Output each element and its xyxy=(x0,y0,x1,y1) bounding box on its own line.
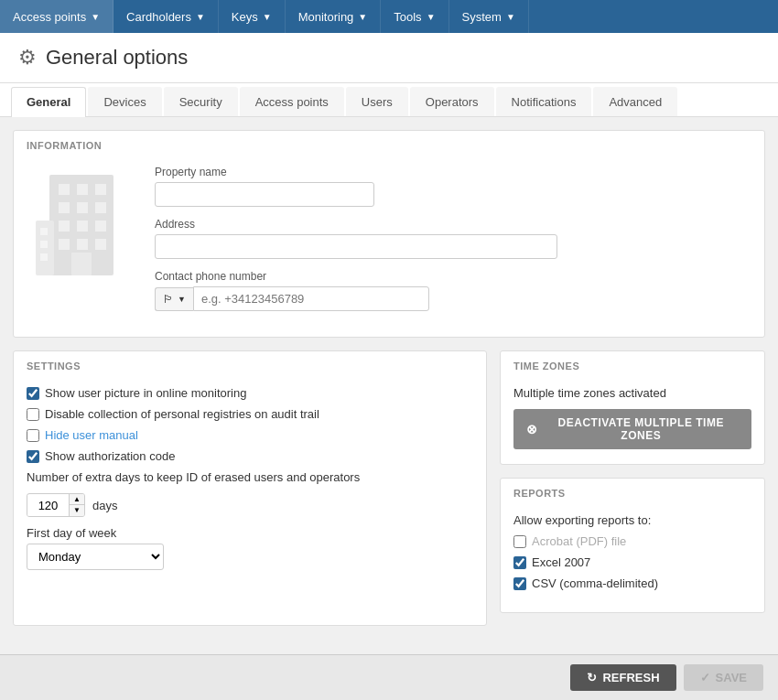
property-name-group: Property name xyxy=(155,166,751,207)
refresh-icon: ↻ xyxy=(587,671,597,684)
nav-tools[interactable]: Tools ▼ xyxy=(381,0,448,33)
settings-title: SETTINGS xyxy=(14,351,486,377)
timezones-title: TIME ZONES xyxy=(501,351,764,377)
deactivate-label: DEACTIVATE MULTIPLE TIME ZONES xyxy=(544,416,740,442)
address-label: Address xyxy=(155,218,751,231)
report-acrobat-label[interactable]: Acrobat (PDF) file xyxy=(532,534,626,548)
extra-days-input[interactable] xyxy=(27,495,69,516)
phone-flag-selector[interactable]: 🏳 ▼ xyxy=(155,287,193,311)
information-body: Property name Address Contact phone numb… xyxy=(14,156,764,337)
timezones-panel: TIME ZONES Multiple time zones activated… xyxy=(500,350,765,465)
reports-panel: REPORTS Allow exporting reports to: Acro… xyxy=(500,478,765,613)
address-input[interactable] xyxy=(155,234,557,259)
checkbox-row-disable-collection: Disable collection of personal registrie… xyxy=(27,407,473,421)
nav-access-points[interactable]: Access points ▼ xyxy=(0,0,113,33)
extra-days-decrement[interactable]: ▼ xyxy=(70,505,84,516)
svg-rect-12 xyxy=(95,239,106,250)
tab-notifications[interactable]: Notifications xyxy=(496,87,592,116)
checkbox-row-hide-user-manual: Hide user manual xyxy=(27,428,473,442)
tab-devices[interactable]: Devices xyxy=(88,87,161,116)
report-csv-label[interactable]: CSV (comma-delimited) xyxy=(532,576,658,590)
report-excel-checkbox[interactable] xyxy=(513,556,526,569)
svg-rect-8 xyxy=(77,221,88,232)
nav-tools-label: Tools xyxy=(394,10,421,24)
report-excel-label[interactable]: Excel 2007 xyxy=(532,555,590,569)
tab-advanced[interactable]: Advanced xyxy=(593,87,677,116)
nav-keys[interactable]: Keys ▼ xyxy=(219,0,286,33)
save-label: SAVE xyxy=(716,671,747,684)
gear-icon: ⚙ xyxy=(18,46,37,70)
show-user-picture-label[interactable]: Show user picture in online monitoring xyxy=(45,386,246,400)
reports-export-label: Allow exporting reports to: xyxy=(513,513,751,527)
nav-tools-arrow: ▼ xyxy=(427,12,436,22)
svg-rect-10 xyxy=(59,239,70,250)
svg-rect-3 xyxy=(95,184,106,195)
nav-system[interactable]: System ▼ xyxy=(449,0,529,33)
show-auth-code-label[interactable]: Show authorization code xyxy=(45,449,175,463)
nav-keys-label: Keys xyxy=(232,10,258,24)
information-form: Property name Address Contact phone numb… xyxy=(155,166,751,322)
extra-days-spinner: ▲ ▼ xyxy=(69,494,84,516)
nav-monitoring-label: Monitoring xyxy=(298,10,354,24)
extra-days-description: Number of extra days to keep ID of erase… xyxy=(27,470,473,484)
svg-rect-17 xyxy=(40,253,48,261)
footer-bar: ↻ REFRESH ✓ SAVE xyxy=(0,654,778,700)
show-user-picture-checkbox[interactable] xyxy=(27,387,39,400)
settings-column: SETTINGS Show user picture in online mon… xyxy=(13,350,487,626)
svg-rect-16 xyxy=(40,241,48,248)
first-day-select[interactable]: Monday Tuesday Wednesday Thursday Friday… xyxy=(27,544,164,570)
nav-cardholders[interactable]: Cardholders ▼ xyxy=(113,0,219,33)
save-icon: ✓ xyxy=(700,671,710,684)
property-name-label: Property name xyxy=(155,166,751,178)
nav-cardholders-label: Cardholders xyxy=(126,10,191,24)
nav-system-label: System xyxy=(462,10,502,24)
report-acrobat-row: Acrobat (PDF) file xyxy=(513,534,751,548)
show-auth-code-checkbox[interactable] xyxy=(27,450,39,463)
svg-rect-6 xyxy=(95,202,106,213)
nav-access-points-label: Access points xyxy=(13,10,86,24)
checkbox-row-show-user-picture: Show user picture in online monitoring xyxy=(27,386,473,400)
building-icon-wrap xyxy=(27,166,136,285)
top-navigation: Access points ▼ Cardholders ▼ Keys ▼ Mon… xyxy=(0,0,778,33)
svg-rect-4 xyxy=(59,202,70,213)
tab-access-points[interactable]: Access points xyxy=(240,87,344,116)
reports-title: REPORTS xyxy=(501,479,764,504)
refresh-button[interactable]: ↻ REFRESH xyxy=(570,664,675,691)
svg-rect-2 xyxy=(77,184,88,195)
nav-monitoring[interactable]: Monitoring ▼ xyxy=(286,0,382,33)
disable-collection-label[interactable]: Disable collection of personal registrie… xyxy=(45,407,319,421)
address-group: Address xyxy=(155,218,751,259)
tab-operators[interactable]: Operators xyxy=(410,87,494,116)
save-button[interactable]: ✓ SAVE xyxy=(684,664,763,691)
tz-status-label: Multiple time zones activated xyxy=(513,386,751,400)
tab-security[interactable]: Security xyxy=(164,87,238,116)
deactivate-timezones-button[interactable]: ⊗ DEACTIVATE MULTIPLE TIME ZONES xyxy=(513,409,751,449)
page-header: ⚙ General options xyxy=(0,33,778,83)
svg-rect-9 xyxy=(95,221,106,232)
refresh-label: REFRESH xyxy=(602,671,659,684)
settings-body: Show user picture in online monitoring D… xyxy=(14,377,486,585)
nav-access-points-arrow: ▼ xyxy=(91,12,100,22)
nav-keys-arrow: ▼ xyxy=(263,12,272,22)
disable-collection-checkbox[interactable] xyxy=(27,408,39,421)
hide-user-manual-checkbox[interactable] xyxy=(27,429,39,442)
report-csv-row: CSV (comma-delimited) xyxy=(513,576,751,590)
report-acrobat-checkbox[interactable] xyxy=(513,535,526,548)
phone-flag-arrow: ▼ xyxy=(178,295,186,304)
checkbox-row-show-auth-code: Show authorization code xyxy=(27,449,473,463)
svg-rect-7 xyxy=(59,221,70,232)
phone-number-input[interactable] xyxy=(193,286,429,311)
timezones-body: Multiple time zones activated ⊗ DEACTIVA… xyxy=(501,377,764,464)
svg-rect-1 xyxy=(59,184,70,195)
tab-general[interactable]: General xyxy=(11,87,86,117)
extra-days-row: ▲ ▼ days xyxy=(27,493,473,517)
tab-users[interactable]: Users xyxy=(346,87,408,116)
right-column: TIME ZONES Multiple time zones activated… xyxy=(500,350,765,626)
extra-days-increment[interactable]: ▲ xyxy=(70,494,84,505)
contact-phone-label: Contact phone number xyxy=(155,270,751,283)
report-csv-checkbox[interactable] xyxy=(513,577,526,590)
building-icon xyxy=(31,166,132,285)
property-name-input[interactable] xyxy=(155,182,374,207)
hide-user-manual-label[interactable]: Hide user manual xyxy=(45,428,138,442)
phone-wrap: 🏳 ▼ xyxy=(155,286,429,311)
